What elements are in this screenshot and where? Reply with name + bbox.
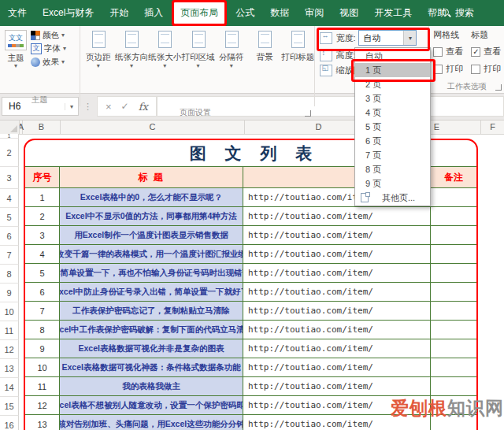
theme-fonts-button[interactable]: 文 字体 ▾ [31,43,66,54]
chevron-down-icon: ▾ [61,33,65,38]
column-header[interactable]: C [61,120,245,134]
headings-print-row[interactable]: 打印 [471,63,501,75]
ribbon-tab[interactable]: 文件 [0,0,35,26]
row-header[interactable]: 2 [0,139,19,167]
gridlines-view-row[interactable]: 查看 [433,46,463,57]
effects-icon [31,57,40,67]
table-row[interactable]: 6 Excel中防止身份证号录入出错，简单设置一下就好了 http://tout… [25,282,476,301]
row-header[interactable]: 3 [0,167,19,189]
width-dropdown-item[interactable]: 3 页 [355,91,430,106]
table-row[interactable]: 3 用Excel制作一个温度计图表显示销售数据 http://toutiao.c… [25,225,476,244]
background-button[interactable]: 背景 ▾ [248,28,281,95]
table-row[interactable]: 4 改变千篇一律的表格模式，用一个温度计图汇报业绩 http://toutiao… [25,244,476,263]
width-dropdown-item[interactable]: 5 页 [355,120,430,134]
chevron-down-icon: ▾ [14,64,17,69]
width-dropdown-item[interactable]: 1 页 [355,63,430,77]
print-area-button[interactable]: 打印区域 ▾ [181,28,214,95]
page-setup-dialog-launcher-icon[interactable] [305,110,311,117]
ribbon-tab[interactable]: 视图 [332,0,366,26]
cell-note [431,377,476,395]
width-dropdown-item[interactable]: 8 页 [355,162,430,176]
print-titles-button[interactable]: 打印标题 ▾ [281,28,314,95]
table-row[interactable]: 7 工作表保护密码忘记了，复制粘贴立马清除 http://toutiao.com… [25,301,476,320]
row-header[interactable]: 7 [0,246,19,265]
ribbon-tab[interactable]: 公式 [228,0,262,26]
width-dropdown-item[interactable]: 其他页... [355,191,430,205]
row-header[interactable]: 11 [0,321,19,340]
search-box[interactable]: 搜索 [442,0,504,26]
row-header[interactable]: 13 [0,359,19,378]
width-label: 宽度: [335,32,355,44]
chevron-down-icon[interactable]: ▾ [403,31,416,45]
page-icon [89,30,108,50]
cell-title: 用Excel制作一个温度计图表显示销售数据 [60,226,243,244]
cell-title: 我的表格我做主 [60,377,243,395]
row-header[interactable]: 8 [0,265,19,284]
chevron-down-icon: ▾ [130,64,133,69]
row-header[interactable]: 10 [0,302,19,321]
cell-num: 5 [25,264,60,282]
headings-view-checkbox[interactable] [471,47,480,57]
ribbon-tab[interactable]: 开始 [102,0,136,26]
table-row[interactable]: 5 这样简单设置一下，再也不怕输入身份证号码时出现错误了 http://tout… [25,263,476,282]
select-all-corner[interactable] [0,120,20,134]
width-dropdown-item[interactable]: 6 页 [355,134,430,148]
table-body: 1 Excel表格中的0，怎么才能不显示呢？ http://toutiao.co… [25,187,476,430]
page-setup-group: 页边距 ▾ 纸张方向 ▾ 纸张大小 ▾ 打印区域 [80,26,316,106]
row-header[interactable]: 9 [0,284,19,302]
themes-button[interactable]: 文文 主题 ▾ [3,28,28,95]
width-dropdown-item[interactable]: 9 页 [355,176,430,191]
row-header[interactable]: 6 [0,227,19,246]
theme-colors-button[interactable]: 颜色 ▾ [31,30,66,41]
row-header[interactable]: 15 [0,397,19,416]
cell-url: http://toutiao.com/item/ [243,358,431,376]
page-icon [255,30,274,50]
paper-size-button[interactable]: 纸张大小 ▾ [148,28,181,95]
scale-icon [320,65,332,76]
width-dropdown-item[interactable]: 7 页 [355,148,430,162]
row-header[interactable]: 4 [0,189,19,208]
ribbon-tab[interactable]: 插入 [136,0,171,26]
ribbon-tab[interactable]: 页面布局 [174,2,224,24]
gridlines-print-checkbox[interactable] [433,65,443,74]
column-header[interactable]: F [481,120,504,134]
gridlines-print-row[interactable]: 打印 [433,63,463,75]
cell-num: 13 [25,415,60,430]
orientation-button[interactable]: 纸张方向 ▾ [115,28,148,95]
cell-url: http://toutiao.com/item/ [243,339,431,358]
ribbon-tab[interactable]: 审阅 [297,0,332,26]
breaks-button[interactable]: 分隔符 ▾ [215,28,248,95]
theme-effects-button[interactable]: 效果 ▾ [31,57,66,68]
search-icon [442,9,450,17]
row-header[interactable]: 14 [0,378,19,397]
table-row[interactable]: 8 Excel中工作表保护密码破解：复制下面的代码立马清除 http://tou… [25,320,476,339]
sheet-options-dialog-launcher-icon[interactable] [495,84,502,91]
header-note: 备注 [431,167,476,187]
headings-print-checkbox[interactable] [471,65,480,74]
table-row[interactable]: 10 Excel表格数据可视化神器：条件格式数据条功能 http://touti… [25,358,476,376]
row-header[interactable]: 12 [0,340,19,359]
ribbon-tab[interactable]: Excel与财务 [35,0,102,26]
cell-note [431,358,476,376]
cell-note [431,339,476,358]
ribbon-tab[interactable]: 开发工具 [366,0,420,26]
table-row[interactable]: 2 Excel中不显示0值的方法，同事都用第4种方法 http://toutia… [25,206,476,225]
width-dropdown-item[interactable]: 自动 [355,49,430,63]
cell-num: 11 [25,377,60,395]
table-row[interactable]: 9 Excel表格数据可视化并非是复杂的图表 http://toutiao.co… [25,339,476,358]
column-header[interactable]: B [23,120,61,134]
width-dropdown-item[interactable]: 4 页 [355,106,430,120]
width-combobox[interactable]: 自动 ▾ [358,30,417,46]
table-row[interactable]: 11 我的表格我做主 http://toutiao.com/item/ [25,376,476,395]
row-header[interactable]: 16 [0,416,19,430]
row-header[interactable]: 5 [0,208,19,227]
margins-button[interactable]: 页边距 ▾ [82,28,115,95]
gridlines-view-checkbox[interactable] [433,47,443,57]
width-dropdown-item[interactable]: 2 页 [355,77,430,91]
ribbon-tab[interactable]: 数据 [262,0,297,26]
fonts-icon: 文 [31,43,42,54]
headings-view-row[interactable]: 查看 [471,46,501,57]
page-icon [122,30,141,50]
cell-num: 10 [25,358,60,376]
cell-title: Excel表格数据可视化神器：条件格式数据条功能 [60,358,243,376]
